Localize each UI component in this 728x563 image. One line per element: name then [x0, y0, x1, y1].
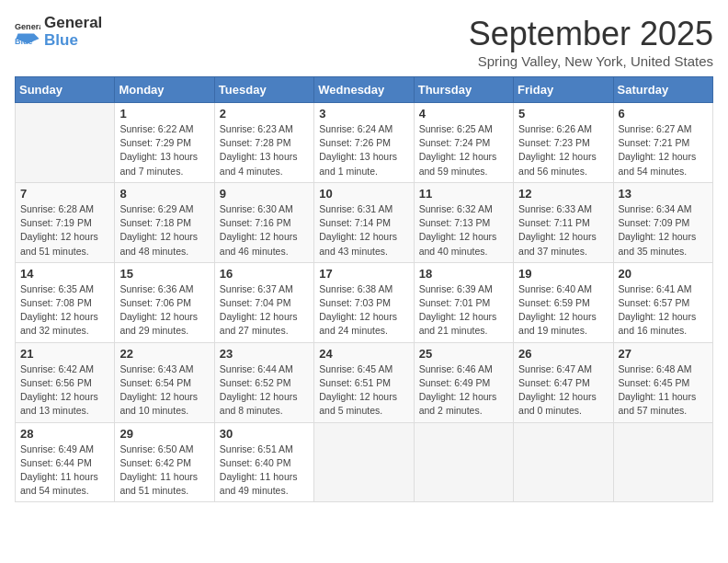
day-number: 17	[319, 267, 408, 281]
day-number: 12	[518, 187, 608, 201]
day-info: Sunrise: 6:37 AMSunset: 7:04 PMDaylight:…	[220, 282, 309, 339]
calendar-week-4: 21Sunrise: 6:42 AMSunset: 6:56 PMDayligh…	[16, 342, 713, 422]
calendar-cell: 9Sunrise: 6:30 AMSunset: 7:16 PMDaylight…	[214, 182, 313, 262]
day-number: 7	[20, 187, 109, 201]
day-info: Sunrise: 6:34 AMSunset: 7:09 PMDaylight:…	[619, 202, 708, 259]
calendar-cell: 12Sunrise: 6:33 AMSunset: 7:11 PMDayligh…	[514, 182, 613, 262]
day-info: Sunrise: 6:49 AMSunset: 6:44 PMDaylight:…	[20, 442, 109, 499]
calendar-cell: 26Sunrise: 6:47 AMSunset: 6:47 PMDayligh…	[514, 342, 613, 422]
day-info: Sunrise: 6:23 AMSunset: 7:28 PMDaylight:…	[220, 122, 309, 178]
logo-icon: General Blue	[15, 19, 40, 45]
calendar-cell: 24Sunrise: 6:45 AMSunset: 6:51 PMDayligh…	[314, 342, 414, 422]
calendar-cell: 21Sunrise: 6:42 AMSunset: 6:56 PMDayligh…	[16, 342, 115, 422]
day-number: 30	[220, 427, 309, 441]
day-number: 27	[619, 347, 708, 361]
day-info: Sunrise: 6:29 AMSunset: 7:18 PMDaylight:…	[119, 202, 209, 259]
logo-blue: Blue	[44, 32, 102, 50]
calendar-cell: 16Sunrise: 6:37 AMSunset: 7:04 PMDayligh…	[214, 262, 313, 342]
calendar-header-saturday: Saturday	[613, 77, 712, 103]
day-number: 26	[518, 347, 608, 361]
calendar-cell: 23Sunrise: 6:44 AMSunset: 6:52 PMDayligh…	[214, 342, 313, 422]
day-number: 14	[20, 267, 109, 281]
svg-text:Blue: Blue	[15, 36, 33, 44]
calendar-header-sunday: Sunday	[16, 77, 115, 103]
day-number: 1	[119, 107, 209, 121]
logo: General Blue General Blue	[15, 15, 102, 49]
calendar-cell: 15Sunrise: 6:36 AMSunset: 7:06 PMDayligh…	[115, 262, 214, 342]
day-number: 25	[419, 347, 508, 361]
day-info: Sunrise: 6:32 AMSunset: 7:13 PMDaylight:…	[419, 202, 508, 259]
day-info: Sunrise: 6:42 AMSunset: 6:56 PMDaylight:…	[20, 362, 109, 419]
calendar-cell: 17Sunrise: 6:38 AMSunset: 7:03 PMDayligh…	[314, 262, 414, 342]
calendar-cell: 2Sunrise: 6:23 AMSunset: 7:28 PMDaylight…	[214, 103, 313, 183]
day-info: Sunrise: 6:27 AMSunset: 7:21 PMDaylight:…	[619, 122, 708, 178]
day-info: Sunrise: 6:48 AMSunset: 6:45 PMDaylight:…	[619, 362, 708, 419]
location: Spring Valley, New York, United States	[469, 53, 713, 69]
day-info: Sunrise: 6:35 AMSunset: 7:08 PMDaylight:…	[20, 282, 109, 339]
calendar-cell: 7Sunrise: 6:28 AMSunset: 7:19 PMDaylight…	[16, 182, 115, 262]
day-number: 4	[419, 107, 508, 121]
calendar-cell: 4Sunrise: 6:25 AMSunset: 7:24 PMDaylight…	[414, 103, 513, 183]
day-info: Sunrise: 6:26 AMSunset: 7:23 PMDaylight:…	[518, 122, 608, 178]
calendar-header-wednesday: Wednesday	[314, 77, 414, 103]
day-number: 5	[518, 107, 608, 121]
day-info: Sunrise: 6:31 AMSunset: 7:14 PMDaylight:…	[319, 202, 408, 259]
calendar-cell: 19Sunrise: 6:40 AMSunset: 6:59 PMDayligh…	[514, 262, 613, 342]
logo-general: General	[44, 15, 102, 32]
calendar-cell: 14Sunrise: 6:35 AMSunset: 7:08 PMDayligh…	[16, 262, 115, 342]
day-info: Sunrise: 6:25 AMSunset: 7:24 PMDaylight:…	[419, 122, 508, 178]
calendar-cell: 29Sunrise: 6:50 AMSunset: 6:42 PMDayligh…	[115, 422, 214, 502]
day-info: Sunrise: 6:24 AMSunset: 7:26 PMDaylight:…	[319, 122, 408, 178]
calendar-header-friday: Friday	[514, 77, 613, 103]
day-number: 6	[619, 107, 708, 121]
calendar-table: SundayMondayTuesdayWednesdayThursdayFrid…	[15, 76, 713, 502]
calendar-cell: 8Sunrise: 6:29 AMSunset: 7:18 PMDaylight…	[115, 182, 214, 262]
calendar-week-5: 28Sunrise: 6:49 AMSunset: 6:44 PMDayligh…	[16, 422, 713, 502]
month-title: September 2025	[469, 15, 713, 53]
day-info: Sunrise: 6:33 AMSunset: 7:11 PMDaylight:…	[518, 202, 608, 259]
day-info: Sunrise: 6:30 AMSunset: 7:16 PMDaylight:…	[220, 202, 309, 259]
day-info: Sunrise: 6:46 AMSunset: 6:49 PMDaylight:…	[419, 362, 508, 419]
calendar-cell: 25Sunrise: 6:46 AMSunset: 6:49 PMDayligh…	[414, 342, 513, 422]
calendar-header-monday: Monday	[115, 77, 214, 103]
day-number: 28	[20, 427, 109, 441]
calendar-cell: 3Sunrise: 6:24 AMSunset: 7:26 PMDaylight…	[314, 103, 414, 183]
day-info: Sunrise: 6:28 AMSunset: 7:19 PMDaylight:…	[20, 202, 109, 259]
calendar-header-row: SundayMondayTuesdayWednesdayThursdayFrid…	[16, 77, 713, 103]
day-number: 23	[220, 347, 309, 361]
day-number: 15	[119, 267, 209, 281]
calendar-header-tuesday: Tuesday	[214, 77, 313, 103]
day-number: 11	[419, 187, 508, 201]
calendar-cell: 18Sunrise: 6:39 AMSunset: 7:01 PMDayligh…	[414, 262, 513, 342]
day-info: Sunrise: 6:50 AMSunset: 6:42 PMDaylight:…	[119, 442, 209, 499]
title-block: September 2025 Spring Valley, New York, …	[469, 15, 713, 69]
calendar-week-1: 1Sunrise: 6:22 AMSunset: 7:29 PMDaylight…	[16, 103, 713, 183]
day-info: Sunrise: 6:45 AMSunset: 6:51 PMDaylight:…	[319, 362, 408, 419]
day-number: 13	[619, 187, 708, 201]
calendar-cell: 22Sunrise: 6:43 AMSunset: 6:54 PMDayligh…	[115, 342, 214, 422]
day-info: Sunrise: 6:36 AMSunset: 7:06 PMDaylight:…	[119, 282, 209, 339]
calendar-cell: 10Sunrise: 6:31 AMSunset: 7:14 PMDayligh…	[314, 182, 414, 262]
calendar-cell: 28Sunrise: 6:49 AMSunset: 6:44 PMDayligh…	[16, 422, 115, 502]
day-info: Sunrise: 6:43 AMSunset: 6:54 PMDaylight:…	[119, 362, 209, 419]
calendar-week-3: 14Sunrise: 6:35 AMSunset: 7:08 PMDayligh…	[16, 262, 713, 342]
calendar-cell	[414, 422, 513, 502]
calendar-cell: 30Sunrise: 6:51 AMSunset: 6:40 PMDayligh…	[214, 422, 313, 502]
day-info: Sunrise: 6:41 AMSunset: 6:57 PMDaylight:…	[619, 282, 708, 339]
day-number: 2	[220, 107, 309, 121]
day-info: Sunrise: 6:38 AMSunset: 7:03 PMDaylight:…	[319, 282, 408, 339]
calendar-cell: 6Sunrise: 6:27 AMSunset: 7:21 PMDaylight…	[613, 103, 712, 183]
day-info: Sunrise: 6:22 AMSunset: 7:29 PMDaylight:…	[119, 122, 209, 178]
calendar-cell: 1Sunrise: 6:22 AMSunset: 7:29 PMDaylight…	[115, 103, 214, 183]
calendar-cell: 13Sunrise: 6:34 AMSunset: 7:09 PMDayligh…	[613, 182, 712, 262]
day-number: 3	[319, 107, 408, 121]
day-number: 18	[419, 267, 508, 281]
svg-text:General: General	[15, 22, 40, 31]
page-header: General Blue General Blue September 2025…	[15, 15, 713, 69]
calendar-week-2: 7Sunrise: 6:28 AMSunset: 7:19 PMDaylight…	[16, 182, 713, 262]
day-number: 16	[220, 267, 309, 281]
day-info: Sunrise: 6:51 AMSunset: 6:40 PMDaylight:…	[220, 442, 309, 499]
day-number: 20	[619, 267, 708, 281]
day-info: Sunrise: 6:39 AMSunset: 7:01 PMDaylight:…	[419, 282, 508, 339]
day-info: Sunrise: 6:40 AMSunset: 6:59 PMDaylight:…	[518, 282, 608, 339]
